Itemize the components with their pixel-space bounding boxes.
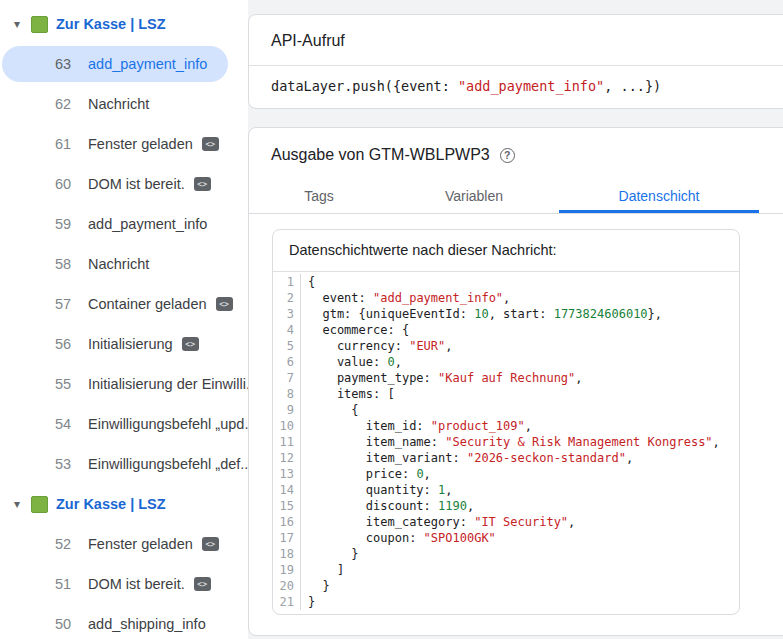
code-token: item_category: — [308, 515, 474, 529]
code-token: ecommerce: { — [308, 323, 409, 337]
sidebar-event-item[interactable]: 58Nachricht — [0, 244, 248, 284]
event-label: Einwilligungsbefehl „upd... — [88, 416, 248, 432]
code-line: 6 value: 0, — [273, 354, 739, 370]
code-line: 18 } — [273, 546, 739, 562]
code-token: item_name: — [308, 435, 445, 449]
code-token: discount: — [308, 499, 438, 513]
group-label: Zur Kasse | LSZ — [56, 16, 166, 32]
sidebar-event-item[interactable]: 50add_shipping_info — [0, 604, 248, 639]
tab-tags[interactable]: Tags — [249, 179, 389, 213]
line-number: 10 — [273, 418, 301, 434]
datalayer-panel-title: Datenschichtwerte nach dieser Nachricht: — [273, 230, 739, 272]
event-label: add_payment_info — [88, 216, 207, 232]
line-number: 20 — [273, 578, 301, 594]
event-number: 60 — [55, 176, 77, 192]
datalayer-code: 1{2 event: "add_payment_info",3 gtm: {un… — [273, 272, 739, 614]
code-token: , start: — [489, 307, 554, 321]
line-number: 4 — [273, 322, 301, 338]
line-content: { — [301, 274, 315, 290]
sidebar-event-item[interactable]: 55Initialisierung der Einwilli... — [0, 364, 248, 404]
api-call-code: dataLayer.push({event: "add_payment_info… — [249, 66, 783, 108]
line-number: 12 — [273, 450, 301, 466]
sidebar-event-item[interactable]: 51DOM ist bereit.<> — [0, 564, 248, 604]
sidebar-event-item[interactable]: 61Fenster geladen<> — [0, 124, 248, 164]
code-token-str: "2026-seckon-standard" — [467, 451, 626, 465]
event-number: 58 — [55, 256, 77, 272]
line-number: 1 — [273, 274, 301, 290]
code-token: event: — [308, 291, 373, 305]
code-token: , — [424, 467, 431, 481]
code-badge-icon: <> — [202, 537, 219, 551]
line-number: 3 — [273, 306, 301, 322]
line-number: 5 — [273, 338, 301, 354]
code-line: 13 price: 0, — [273, 466, 739, 482]
line-content: { — [301, 402, 359, 418]
datalayer-panel: Datenschichtwerte nach dieser Nachricht:… — [272, 229, 740, 615]
code-badge-icon: <> — [194, 577, 211, 591]
code-line: 5 currency: "EUR", — [273, 338, 739, 354]
code-token-str: "add_payment_info" — [373, 291, 503, 305]
line-number: 18 — [273, 546, 301, 562]
api-call-title: API-Aufruf — [249, 15, 783, 66]
code-token: , — [626, 451, 633, 465]
line-content: ] — [301, 562, 344, 578]
sidebar-group-header[interactable]: ▾Zur Kasse | LSZ — [0, 484, 248, 524]
code-line: 16 item_category: "IT Security", — [273, 514, 739, 530]
line-content: item_name: "Security & Risk Management K… — [301, 434, 720, 450]
code-token: , ...}) — [604, 78, 661, 94]
event-label: Nachricht — [88, 96, 149, 112]
line-content: event: "add_payment_info", — [301, 290, 510, 306]
code-token-str: "EUR" — [409, 339, 445, 353]
line-content: gtm: {uniqueEventId: 10, start: 17738246… — [301, 306, 662, 322]
code-token-num: 0 — [416, 467, 423, 481]
sidebar-event-item[interactable]: 53Einwilligungsbefehl „def... — [0, 444, 248, 484]
sidebar-event-item[interactable]: 59add_payment_info — [0, 204, 248, 244]
line-number: 16 — [273, 514, 301, 530]
event-number: 61 — [55, 136, 77, 152]
event-number: 50 — [55, 616, 77, 632]
tag-assistant-window: ▾Zur Kasse | LSZ63add_payment_info62Nach… — [0, 0, 783, 639]
code-token: { — [308, 275, 315, 289]
line-number: 11 — [273, 434, 301, 450]
line-number: 13 — [273, 466, 301, 482]
code-token: , — [503, 291, 510, 305]
sidebar-event-item[interactable]: 60DOM ist bereit.<> — [0, 164, 248, 204]
sidebar-event-item[interactable]: 63add_payment_info — [2, 46, 228, 82]
line-content: } — [301, 594, 315, 610]
line-content: discount: 1190, — [301, 498, 474, 514]
event-label: Fenster geladen — [88, 536, 193, 552]
code-token: , — [445, 483, 452, 497]
chevron-down-icon: ▾ — [9, 497, 25, 511]
line-content: } — [301, 578, 330, 594]
code-badge-icon: <> — [194, 177, 211, 191]
line-content: item_variant: "2026-seckon-standard", — [301, 450, 633, 466]
tab-datenschicht[interactable]: Datenschicht — [559, 179, 759, 213]
line-content: } — [301, 546, 359, 562]
code-token: dataLayer.push({event: — [271, 78, 458, 94]
event-number: 56 — [55, 336, 77, 352]
line-number: 15 — [273, 498, 301, 514]
code-token-num: 0 — [387, 355, 394, 369]
event-number: 51 — [55, 576, 77, 592]
code-token: item_variant: — [308, 451, 467, 465]
sidebar-event-item[interactable]: 52Fenster geladen<> — [0, 524, 248, 564]
sidebar-event-item[interactable]: 62Nachricht — [0, 84, 248, 124]
code-token: ] — [308, 563, 344, 577]
line-number: 21 — [273, 594, 301, 610]
sidebar-event-item[interactable]: 54Einwilligungsbefehl „upd... — [0, 404, 248, 444]
code-token-num: 1190 — [438, 499, 467, 513]
code-badge-icon: <> — [202, 137, 219, 151]
code-token: } — [308, 579, 330, 593]
help-icon[interactable]: ? — [500, 148, 515, 163]
sidebar-group-header[interactable]: ▾Zur Kasse | LSZ — [0, 4, 248, 44]
line-content: payment_type: "Kauf auf Rechnung", — [301, 370, 583, 386]
tab-variablen[interactable]: Variablen — [389, 179, 559, 213]
line-number: 2 — [273, 290, 301, 306]
code-token-str: "add_payment_info" — [458, 78, 604, 94]
code-token: , — [395, 355, 402, 369]
event-number: 63 — [55, 56, 77, 72]
sidebar-event-item[interactable]: 56Initialisierung<> — [0, 324, 248, 364]
sidebar-event-item[interactable]: 57Container geladen<> — [0, 284, 248, 324]
line-number: 9 — [273, 402, 301, 418]
code-line: 1{ — [273, 274, 739, 290]
